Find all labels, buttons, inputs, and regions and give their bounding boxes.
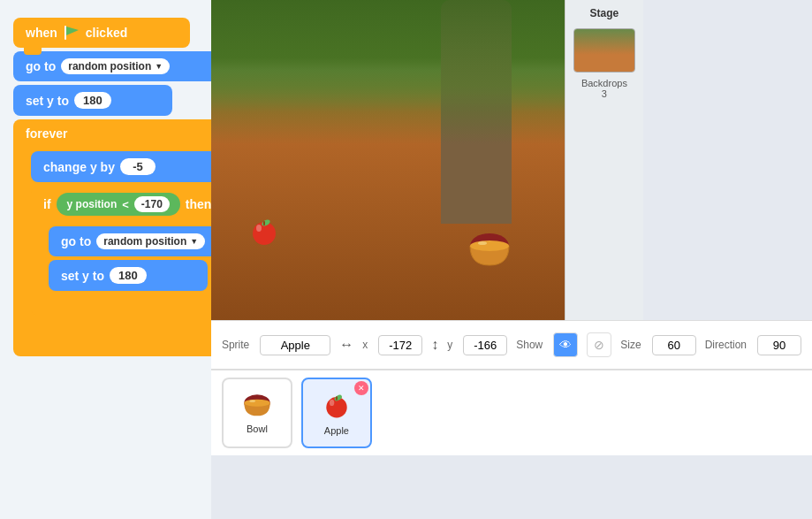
svg-point-15 bbox=[249, 400, 255, 402]
vert-arrow-icon: ↕ bbox=[431, 337, 438, 353]
apple-icon bbox=[321, 390, 353, 422]
block-if-footer bbox=[31, 294, 211, 316]
horiz-arrow-icon: ↔ bbox=[339, 337, 353, 353]
direction-label: Direction bbox=[705, 339, 747, 351]
direction-input[interactable] bbox=[757, 335, 801, 355]
random-position-dropdown[interactable]: random position bbox=[61, 58, 170, 74]
random-position-dropdown-2[interactable]: random position bbox=[96, 233, 205, 249]
block-when-clicked[interactable]: when clicked bbox=[13, 18, 190, 48]
forever-body: change y by -5 if y position < -170 then bbox=[13, 148, 211, 319]
block-stack: when clicked go to random position set y… bbox=[13, 18, 198, 356]
show-label: Show bbox=[516, 339, 543, 351]
right-panel: Stage Backdrops 3 Sprite ↔ x ↕ y Show 👁 … bbox=[211, 0, 812, 519]
y-input[interactable] bbox=[463, 335, 507, 355]
svg-rect-8 bbox=[263, 221, 265, 225]
go-to-label-2: go to bbox=[61, 234, 91, 248]
code-panel: when clicked go to random position set y… bbox=[0, 0, 211, 519]
svg-point-9 bbox=[256, 225, 262, 232]
x-label: x bbox=[362, 339, 368, 351]
stage-sidebar: Stage Backdrops 3 bbox=[565, 0, 643, 320]
sprite-apple-label: Apple bbox=[324, 425, 349, 436]
stage-canvas[interactable] bbox=[211, 0, 565, 320]
flag-icon bbox=[63, 25, 80, 41]
block-set-y[interactable]: set y to 180 bbox=[13, 85, 172, 116]
svg-point-14 bbox=[244, 400, 269, 407]
svg-point-11 bbox=[470, 240, 509, 251]
if-label: if bbox=[43, 197, 51, 211]
bottom-area: Sprite ↔ x ↕ y Show 👁 ⊘ Size Direction bbox=[211, 320, 812, 455]
set-y-label-2: set y to bbox=[61, 269, 104, 283]
size-label: Size bbox=[620, 339, 641, 351]
condition-value[interactable]: -170 bbox=[134, 196, 170, 212]
size-input[interactable] bbox=[652, 335, 696, 355]
forever-label: forever bbox=[26, 126, 67, 141]
bowl-icon bbox=[239, 392, 275, 420]
apple-delete-button[interactable]: ✕ bbox=[354, 381, 368, 395]
block-change-y[interactable]: change y by -5 bbox=[31, 151, 211, 182]
block-if-header: if y position < -170 then bbox=[31, 186, 211, 223]
svg-point-19 bbox=[330, 400, 334, 406]
block-inner-set-y[interactable]: set y to 180 bbox=[49, 260, 208, 291]
block-condition: y position < -170 bbox=[57, 193, 180, 216]
sprite-item-bowl[interactable]: Bowl bbox=[222, 378, 292, 448]
go-to-label: go to bbox=[26, 59, 56, 73]
clicked-label: clicked bbox=[86, 26, 127, 40]
change-y-label: change y by bbox=[43, 160, 115, 174]
show-hide-button[interactable]: ⊘ bbox=[587, 332, 611, 357]
block-forever[interactable]: forever change y by -5 if y position < -… bbox=[13, 119, 211, 356]
sprite-apple-stage bbox=[247, 214, 282, 249]
svg-rect-4 bbox=[65, 26, 66, 40]
svg-point-12 bbox=[478, 241, 487, 245]
y-value-180b[interactable]: 180 bbox=[110, 267, 147, 284]
loop-arrow-container: ↺ bbox=[13, 319, 211, 351]
set-y-label: set y to bbox=[26, 94, 69, 108]
block-inner-go-to[interactable]: go to random position bbox=[49, 226, 211, 256]
show-eye-button[interactable]: 👁 bbox=[553, 332, 578, 357]
svg-marker-5 bbox=[66, 27, 79, 35]
sprite-bowl-stage bbox=[463, 232, 512, 267]
x-input[interactable] bbox=[378, 335, 422, 355]
sprite-info-bar: Sprite ↔ x ↕ y Show 👁 ⊘ Size Direction bbox=[211, 320, 812, 370]
sprite-label: Sprite bbox=[222, 339, 249, 351]
then-label: then bbox=[186, 197, 211, 211]
block-if[interactable]: if y position < -170 then go to bbox=[31, 186, 211, 316]
stage-row: Stage Backdrops 3 bbox=[211, 0, 812, 320]
backdrops-label: Backdrops 3 bbox=[581, 78, 627, 99]
y-position-label: y position bbox=[67, 198, 118, 210]
stage-label: Stage bbox=[590, 7, 619, 19]
block-go-to[interactable]: go to random position bbox=[13, 51, 211, 81]
less-than-label: < bbox=[122, 198, 129, 211]
sprite-name-input[interactable] bbox=[260, 335, 330, 355]
svg-rect-18 bbox=[336, 396, 338, 401]
when-label: when bbox=[26, 26, 57, 40]
sprite-list: Bowl ✕ Apple bbox=[211, 370, 812, 455]
y-label: y bbox=[447, 339, 452, 351]
y-value-180[interactable]: 180 bbox=[74, 92, 111, 109]
block-if-body: go to random position set y to 180 bbox=[31, 223, 211, 294]
sprite-item-apple[interactable]: ✕ Apple bbox=[301, 378, 372, 448]
forever-header: forever bbox=[13, 119, 211, 148]
stage-thumbnail[interactable] bbox=[573, 28, 635, 73]
change-y-value[interactable]: -5 bbox=[120, 158, 156, 175]
sprite-bowl-label: Bowl bbox=[247, 424, 268, 434]
